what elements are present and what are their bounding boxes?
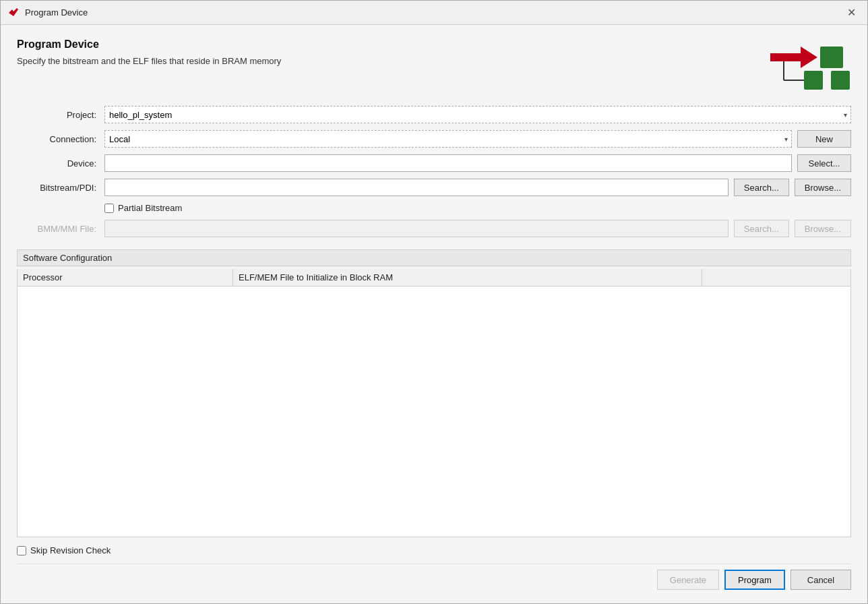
connection-label: Connection: xyxy=(17,134,104,144)
bmm-row: BMM/MMI File: Search... Browse... xyxy=(17,220,851,237)
partial-bitstream-label: Partial Bitstream xyxy=(118,203,182,213)
svg-marker-1 xyxy=(770,47,817,68)
program-button[interactable]: Program xyxy=(724,570,785,590)
project-select-wrapper[interactable]: hello_pl_system ▾ xyxy=(104,106,851,123)
project-label: Project: xyxy=(17,110,104,120)
extra-col-header xyxy=(702,269,850,286)
select-button[interactable]: Select... xyxy=(797,154,851,172)
button-bar: Generate Program Cancel xyxy=(17,564,851,593)
bmm-label: BMM/MMI File: xyxy=(17,224,104,234)
cancel-button[interactable]: Cancel xyxy=(790,570,851,590)
sw-table-body xyxy=(18,286,850,537)
close-button[interactable]: ✕ xyxy=(842,3,861,22)
svg-marker-0 xyxy=(9,8,18,16)
bmm-search-button: Search... xyxy=(734,220,789,237)
header-subtitle: Specify the bitstream and the ELF files … xyxy=(17,56,281,66)
title-bar-text: Program Device xyxy=(25,7,842,18)
device-label: Device: xyxy=(17,158,104,169)
dialog-content: Program Device Specify the bitstream and… xyxy=(1,25,867,603)
software-config-table: Processor ELF/MEM File to Initialize in … xyxy=(17,269,851,537)
elf-col-header: ELF/MEM File to Initialize in Block RAM xyxy=(233,269,702,286)
svg-rect-5 xyxy=(804,71,823,90)
svg-rect-2 xyxy=(820,47,843,68)
app-logo-icon xyxy=(7,7,20,19)
connection-select[interactable]: Local xyxy=(104,130,792,148)
new-button[interactable]: New xyxy=(797,130,851,148)
header-row: Program Device Specify the bitstream and… xyxy=(17,38,851,92)
skip-revision-label: Skip Revision Check xyxy=(30,545,111,555)
device-row: Device: Auto Detect Select... xyxy=(17,154,851,172)
partial-bitstream-checkbox[interactable] xyxy=(104,204,114,213)
connection-row: Connection: Local ▾ New xyxy=(17,130,851,148)
bitstream-search-button[interactable]: Search... xyxy=(734,179,789,196)
header-text: Program Device Specify the bitstream and… xyxy=(17,38,281,66)
program-device-icon xyxy=(764,38,851,92)
device-input[interactable]: Auto Detect xyxy=(104,154,792,172)
processor-col-header: Processor xyxy=(18,269,233,286)
bitstream-browse-button[interactable]: Browse... xyxy=(795,179,851,196)
project-select[interactable]: hello_pl_system xyxy=(104,106,851,123)
software-config-section: Software Configuration Processor ELF/MEM… xyxy=(17,249,851,537)
partial-bitstream-row: Partial Bitstream xyxy=(104,203,851,213)
program-device-dialog: Program Device ✕ Program Device Specify … xyxy=(0,0,868,604)
skip-revision-checkbox[interactable] xyxy=(17,546,26,555)
bitstream-label: Bitstream/PDI: xyxy=(17,183,104,193)
title-bar: Program Device ✕ xyxy=(1,1,867,25)
svg-rect-6 xyxy=(831,71,850,90)
project-row: Project: hello_pl_system ▾ xyxy=(17,106,851,123)
header-icon-area xyxy=(764,38,851,92)
bitstream-input[interactable]: ${project_loc:hello_pl}/_ide/bitstream/s… xyxy=(104,179,728,196)
bitstream-row: Bitstream/PDI: ${project_loc:hello_pl}/_… xyxy=(17,179,851,196)
software-config-title: Software Configuration xyxy=(17,249,851,266)
bmm-browse-button: Browse... xyxy=(795,220,851,237)
skip-revision-row: Skip Revision Check xyxy=(17,545,851,555)
header-title: Program Device xyxy=(17,38,281,51)
sw-table-header: Processor ELF/MEM File to Initialize in … xyxy=(18,269,850,286)
bmm-input xyxy=(104,220,728,237)
form-section: Project: hello_pl_system ▾ Connection: L… xyxy=(17,106,851,537)
generate-button[interactable]: Generate xyxy=(657,570,719,590)
connection-select-wrapper[interactable]: Local ▾ xyxy=(104,130,792,148)
